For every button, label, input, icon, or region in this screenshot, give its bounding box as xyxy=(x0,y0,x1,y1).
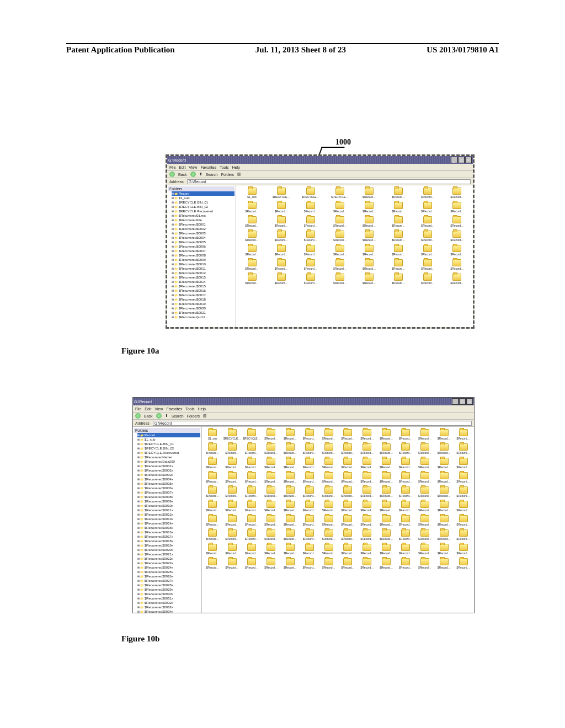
folder-item[interactable]: $Record… xyxy=(416,472,433,485)
tree-item[interactable]: $Recovered$0010x xyxy=(137,504,200,508)
tree-item[interactable]: $Recovered$0022x xyxy=(137,556,200,561)
menu-help[interactable]: Help xyxy=(198,407,206,411)
tree-item[interactable]: $Recovered$0020 xyxy=(172,306,234,311)
folder-item[interactable]: $Record… xyxy=(223,529,241,543)
close-button[interactable]: × xyxy=(465,157,472,163)
tree-item[interactable]: $Recovered(archi… xyxy=(172,315,234,319)
folder-item[interactable]: $Record… xyxy=(444,245,471,258)
folder-item[interactable]: $Record… xyxy=(356,231,383,244)
tree-item[interactable]: $Recovered$0013 xyxy=(172,275,234,280)
tree-item[interactable]: $Recovered$0007 xyxy=(172,249,234,253)
folder-item[interactable]: $Record… xyxy=(435,429,452,442)
folder-item[interactable]: $Record… xyxy=(416,515,433,528)
folder-item[interactable]: $Record… xyxy=(397,501,414,514)
folder-item[interactable]: $Record… xyxy=(320,544,337,557)
tree-item[interactable]: $Recovered$0003x xyxy=(137,473,200,477)
tree-item[interactable]: $Recovered$0029x xyxy=(137,587,200,592)
tree-list[interactable]: Record$1_sub$RECYCLE.BIN_01$RECYCLE.BIN_… xyxy=(134,433,200,613)
folder-item[interactable]: $Record… xyxy=(397,472,414,485)
folder-item[interactable]: $Record… xyxy=(301,458,318,471)
folder-item[interactable]: $Record… xyxy=(282,443,299,457)
folder-item[interactable]: $Record… xyxy=(416,558,433,571)
folder-item[interactable]: $Record… xyxy=(320,501,337,514)
folder-item[interactable]: $Record… xyxy=(359,515,376,528)
tree-item[interactable]: $Recovered$0015 xyxy=(172,284,234,288)
folder-item[interactable]: $Record… xyxy=(320,429,337,442)
folder-item[interactable]: $Record… xyxy=(263,443,280,457)
folder-item[interactable]: $Record… xyxy=(414,188,441,201)
tree-item[interactable]: $Recovered$0030x xyxy=(137,592,200,596)
folder-item[interactable]: $Record… xyxy=(320,443,337,457)
menu-edit[interactable]: Edit xyxy=(145,407,151,411)
folder-item[interactable]: $Record… xyxy=(435,472,452,485)
folder-item[interactable]: $Record… xyxy=(282,501,299,514)
up-icon[interactable]: ⬆ xyxy=(165,414,168,418)
toolbar[interactable]: Back ⬆ Search Folders ▥ xyxy=(133,413,474,420)
tree-item[interactable]: $Recovered$0018 xyxy=(172,297,234,302)
menu-favorites[interactable]: Favorites xyxy=(166,407,182,411)
back-label[interactable]: Back xyxy=(144,414,153,418)
folder-item[interactable]: $Record… xyxy=(455,458,472,471)
folder-item[interactable]: $Record… xyxy=(444,259,471,272)
tree-item[interactable]: $Recovered$0016 xyxy=(172,288,234,293)
tree-item[interactable]: $Recovered$0019 xyxy=(172,302,234,306)
folder-item[interactable]: $Record… xyxy=(359,529,376,543)
folder-item[interactable]: $Record… xyxy=(326,274,353,287)
folder-item[interactable]: $Record… xyxy=(359,486,376,500)
maximize-button[interactable]: □ xyxy=(458,157,465,163)
folder-item[interactable]: $Record… xyxy=(385,188,412,201)
folder-item[interactable]: $Record… xyxy=(297,259,324,272)
folder-item[interactable]: $Record… xyxy=(297,231,324,244)
tree-list[interactable]: Record$1_sub$RECYCLE.BIN_01$RECYCLE.BIN_… xyxy=(168,191,234,319)
folder-item[interactable]: $Record… xyxy=(301,501,318,514)
tree-item[interactable]: $1_sub xyxy=(137,437,200,442)
folder-item[interactable]: $Record… xyxy=(204,472,221,485)
folder-item[interactable]: $Record… xyxy=(378,501,395,514)
folder-item[interactable]: $Record… xyxy=(414,202,441,215)
tree-item[interactable]: $Recovered$0007x xyxy=(137,490,200,495)
menu-view[interactable]: View xyxy=(189,165,197,169)
folder-item[interactable]: $Record… xyxy=(263,544,280,557)
folder-item[interactable]: $Record… xyxy=(435,558,452,571)
folder-item[interactable]: $Record… xyxy=(378,529,395,543)
folder-item[interactable]: $Record… xyxy=(435,544,452,557)
folder-item[interactable]: $Record… xyxy=(238,274,265,287)
folder-item[interactable]: $Record… xyxy=(243,486,260,500)
folder-item[interactable]: $Record… xyxy=(301,443,318,457)
menu-bar[interactable]: File Edit View Favorites Tools Help xyxy=(133,405,474,413)
folder-item[interactable]: $Record… xyxy=(455,529,472,543)
folder-item[interactable]: $Record… xyxy=(263,486,280,500)
folder-item[interactable]: $Record… xyxy=(301,472,318,485)
folder-item[interactable]: $Record… xyxy=(238,202,265,215)
search-label[interactable]: Search xyxy=(172,414,184,418)
address-bar[interactable]: Address G:\Record xyxy=(167,178,473,185)
menu-tools[interactable]: Tools xyxy=(185,407,194,411)
folder-item[interactable]: $Record… xyxy=(359,458,376,471)
folder-item[interactable]: $Record… xyxy=(416,501,433,514)
tree-item[interactable]: $RECYCLE.BIN_01 xyxy=(172,200,234,205)
folder-item[interactable]: $Record… xyxy=(385,274,412,287)
tree-item[interactable]: $Recovered$0020x xyxy=(137,548,200,552)
tree-item[interactable]: $Recovered01.rec xyxy=(172,213,234,218)
tree-item[interactable]: $RecoveredData200 xyxy=(137,459,200,464)
folder-item[interactable]: $Record… xyxy=(416,429,433,442)
forward-icon[interactable] xyxy=(156,413,162,419)
tree-item[interactable]: $Recovered$0012 xyxy=(172,271,234,275)
folder-item[interactable]: $Record… xyxy=(326,216,353,229)
folder-item[interactable]: $Record… xyxy=(320,486,337,500)
folder-item[interactable]: $Record… xyxy=(301,515,318,528)
folder-item[interactable]: $Record… xyxy=(385,231,412,244)
folder-item[interactable]: $Record… xyxy=(359,501,376,514)
folder-item[interactable]: $Record… xyxy=(414,259,441,272)
tree-item[interactable]: $Recovered$0009 xyxy=(172,258,234,262)
folder-tree[interactable]: Folders Record$1_sub$RECYCLE.BIN_01$RECY… xyxy=(167,185,236,329)
tree-item[interactable]: $Recovered$0021x xyxy=(137,552,200,556)
address-value[interactable]: G:\Record xyxy=(153,421,472,426)
folder-item[interactable]: $Record… xyxy=(339,544,356,557)
tree-item[interactable]: $Recovered$0008x xyxy=(137,495,200,499)
tree-item[interactable]: $Recovered$0017x xyxy=(137,534,200,539)
folder-item[interactable]: $Record… xyxy=(455,501,472,514)
tree-item[interactable]: $Recovered$0014x xyxy=(137,521,200,526)
folder-item[interactable]: $1_sub xyxy=(238,188,265,201)
folder-item[interactable]: $Record… xyxy=(263,501,280,514)
